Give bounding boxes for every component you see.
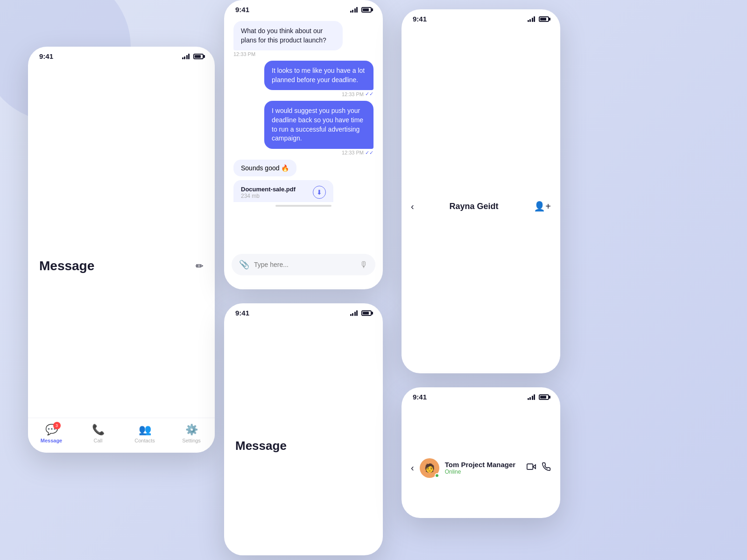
signal-bar — [350, 314, 352, 316]
nav-call[interactable]: 📞 Call — [75, 424, 121, 443]
svg-rect-12 — [527, 464, 533, 469]
chat-header-tom: ‹ 🧑 Tom Project Manager Online — [402, 403, 560, 518]
signal-bar — [354, 8, 356, 13]
signal-bar — [350, 11, 352, 13]
status-icons-2 — [350, 7, 372, 13]
signal-bar — [356, 7, 358, 13]
chat-messages: What do you think about our plans for th… — [224, 15, 383, 202]
signal-bar — [529, 19, 531, 22]
message-input-bar[interactable]: 📎 🎙 — [232, 254, 375, 275]
signal-bar — [532, 18, 533, 22]
battery-icon-4 — [539, 16, 549, 22]
signal-icon-3 — [350, 310, 358, 316]
signal-bar — [182, 57, 183, 59]
signal-bar — [352, 313, 353, 316]
phone-chat: 9:41 What do you think about our plans f… — [224, 0, 383, 289]
back-button-5[interactable]: ‹ — [411, 462, 414, 473]
phone-message-list: 9:41 Message ✏ 🔍 Search 👩 🧑 — [28, 47, 215, 453]
page-title-3: Message — [235, 439, 287, 453]
signal-bar — [534, 16, 535, 22]
contacts-nav-icon: 👥 — [139, 424, 151, 436]
nav-settings[interactable]: ⚙️ Settings — [168, 424, 215, 443]
add-contact-button[interactable]: 👤+ — [534, 201, 551, 212]
message-nav-badge: 3 — [53, 422, 61, 429]
battery-icon-1 — [193, 54, 204, 59]
status-icons-1 — [182, 54, 204, 59]
phone-video-call: 9:41 ‹ Rayna Geidt 👤+ 13:09 — [402, 9, 560, 373]
nav-label-settings: Settings — [182, 438, 201, 443]
contact-name-4: Rayna Geidt — [449, 202, 498, 211]
header-1: Message ✏ — [28, 62, 215, 453]
status-time-2: 9:41 — [235, 6, 249, 14]
doc-bubble: Document-sale.pdf 234 mb ⬇ I'd recommend… — [233, 180, 333, 202]
doc-info: Document-sale.pdf 234 mb — [241, 186, 296, 199]
sounds-good-text: Sounds good 🔥 — [241, 164, 289, 172]
signal-bar — [534, 394, 535, 400]
msg-row-sent-2: I would suggest you push your deadline b… — [233, 101, 374, 155]
signal-icon-4 — [528, 16, 536, 22]
nav-label-message: Message — [41, 438, 62, 443]
status-icons-5 — [528, 394, 550, 400]
status-bar-4: 9:41 — [402, 9, 560, 25]
page-title-1: Message — [39, 259, 94, 273]
contact-name-tom: Tom Project Manager — [445, 461, 521, 469]
check-mark-2: ✓✓ — [365, 150, 374, 156]
status-time-1: 9:41 — [39, 52, 53, 60]
edit-icon[interactable]: ✏ — [196, 260, 204, 272]
doc-name: Document-sale.pdf — [241, 186, 296, 193]
msg-row-received-1: What do you think about our plans for th… — [233, 21, 374, 57]
status-bar-1: 9:41 — [28, 47, 215, 62]
message-nav-icon: 💬 3 — [45, 424, 58, 436]
chat-call-buttons — [527, 462, 551, 474]
status-time-4: 9:41 — [413, 15, 427, 23]
signal-icon-1 — [182, 54, 190, 59]
phone-call-log: 9:41 Message 🔍 Search people here ⚙ All … — [224, 303, 383, 555]
status-bar-3: 9:41 — [224, 303, 383, 319]
contact-info-tom: Tom Project Manager Online — [445, 461, 521, 475]
msg-row-sent-1: It looks to me like you have a lot plann… — [233, 61, 374, 97]
online-dot-tom — [435, 473, 439, 478]
msg-time-3: 12:33 PM ✓✓ — [342, 150, 374, 156]
status-icons-4 — [528, 16, 550, 22]
nav-message[interactable]: 💬 3 Message — [28, 424, 75, 443]
sounds-good-bubble: Sounds good 🔥 — [233, 160, 296, 176]
status-time-5: 9:41 — [413, 393, 427, 401]
bottom-nav-1: 💬 3 Message 📞 Call 👥 Contacts ⚙️ Setting… — [28, 418, 215, 453]
signal-bar — [186, 55, 188, 59]
doc-description: I'd recommended to read it! FYI — [241, 201, 326, 202]
download-button[interactable]: ⬇ — [313, 186, 326, 199]
video-call-button-tom[interactable] — [527, 462, 536, 474]
doc-size: 234 mb — [241, 193, 296, 199]
phone-call-button-tom[interactable] — [542, 462, 551, 474]
msg-row-sounds-good: Sounds good 🔥 — [233, 160, 374, 176]
nav-contacts[interactable]: 👥 Contacts — [121, 424, 168, 443]
check-mark: ✓✓ — [365, 91, 374, 97]
header-3: Message — [224, 319, 383, 555]
back-button-4[interactable]: ‹ — [411, 201, 414, 212]
call-nav-icon: 📞 — [92, 424, 105, 436]
signal-bar — [529, 397, 531, 400]
svg-marker-11 — [533, 465, 536, 469]
mic-icon[interactable]: 🎙 — [359, 260, 368, 270]
battery-icon-5 — [539, 394, 549, 400]
signal-bar — [356, 310, 358, 316]
phone-chat-tom: 9:41 ‹ 🧑 Tom Project Manager Online — [402, 387, 560, 518]
video-call-header: ‹ Rayna Geidt 👤+ — [402, 25, 560, 373]
signal-bar — [188, 54, 190, 59]
signal-icon-2 — [350, 7, 358, 13]
doc-header: Document-sale.pdf 234 mb ⬇ — [241, 186, 326, 199]
contact-status-tom: Online — [445, 469, 521, 475]
status-time-3: 9:41 — [235, 309, 249, 317]
signal-bar — [354, 312, 356, 316]
status-bar-5: 9:41 — [402, 387, 560, 403]
msg-time-2: 12:33 PM ✓✓ — [342, 91, 374, 97]
signal-bar — [532, 396, 533, 400]
msg-time-1: 12:33 PM — [233, 51, 255, 57]
signal-bar — [184, 56, 185, 59]
msg-row-doc: Document-sale.pdf 234 mb ⬇ I'd recommend… — [233, 180, 374, 202]
nav-label-contacts: Contacts — [134, 438, 155, 443]
attach-icon[interactable]: 📎 — [239, 259, 249, 270]
home-indicator-2 — [275, 205, 331, 207]
message-input[interactable] — [254, 261, 355, 268]
status-icons-3 — [350, 310, 372, 316]
